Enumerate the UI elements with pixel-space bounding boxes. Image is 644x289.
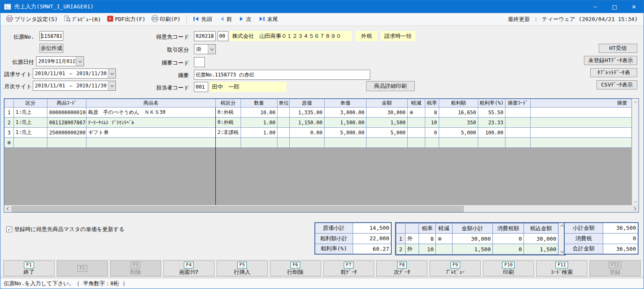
- grid-cell[interactable]: [425, 138, 439, 148]
- grid-cell[interactable]: [367, 138, 408, 148]
- torihiki-kubun-combo[interactable]: 掛: [194, 44, 216, 54]
- grid-cell[interactable]: 1.00: [241, 118, 277, 128]
- column-header[interactable]: 軽減: [408, 99, 425, 108]
- side-button-3[interactable]: ﾀﾌﾞﾚｯﾄﾃﾞｰﾀ表: [590, 68, 637, 77]
- grid-cell[interactable]: [277, 128, 290, 138]
- chevron-down-icon[interactable]: [76, 57, 84, 66]
- tekiyo-code-input[interactable]: [194, 57, 205, 67]
- grid-cell[interactable]: [277, 138, 290, 148]
- seikyu-site-combo[interactable]: 2019/11/01 ～ 2019/11/30: [33, 68, 116, 79]
- grid-cell[interactable]: 0: [425, 128, 439, 138]
- grid-cell[interactable]: [277, 118, 290, 128]
- column-header[interactable]: 摘要ｺｰﾄﾞ: [505, 99, 531, 108]
- tekiyo-input[interactable]: [194, 70, 370, 80]
- grid-cell[interactable]: [505, 128, 531, 138]
- column-header[interactable]: 単価: [325, 99, 367, 108]
- grid-cell[interactable]: 1.00: [241, 128, 277, 138]
- chevron-down-icon[interactable]: [108, 81, 115, 90]
- grid-cell[interactable]: [325, 138, 367, 148]
- grid-cell[interactable]: [505, 108, 531, 118]
- column-header[interactable]: 税区分: [216, 99, 241, 108]
- grid-cell[interactable]: 350: [439, 118, 478, 128]
- nav-前[interactable]: 前: [216, 14, 236, 24]
- grid-cell[interactable]: [439, 138, 478, 148]
- grid-cell[interactable]: [408, 118, 425, 128]
- grid-cell[interactable]: [241, 138, 277, 148]
- scroll-down-icon[interactable]: [632, 198, 639, 205]
- grid-cell[interactable]: [277, 108, 290, 118]
- grid-cell[interactable]: [408, 128, 425, 138]
- tokuisaki-code-input[interactable]: [194, 31, 216, 41]
- grid-cell[interactable]: 2:非課税: [216, 128, 241, 138]
- scroll-up-icon[interactable]: [632, 99, 639, 105]
- grid-cell[interactable]: 1:売上: [14, 108, 47, 118]
- product-detail-print-button[interactable]: 商品詳細印刷: [366, 81, 415, 91]
- fkey-f9-button[interactable]: F9ﾌﾟﾚﾋﾞｭｰ: [429, 260, 481, 276]
- column-header[interactable]: 数量: [241, 99, 277, 108]
- nav-末尾[interactable]: 末尾: [255, 14, 282, 24]
- grid-cell[interactable]: 0000000000100: [47, 108, 86, 118]
- grid-cell[interactable]: 1:売上: [14, 118, 47, 128]
- scrollbar-thumb[interactable]: [11, 206, 464, 212]
- chevron-down-icon[interactable]: [208, 45, 215, 54]
- row-header[interactable]: 2: [5, 118, 14, 128]
- grid-cell[interactable]: 1,150.00: [290, 118, 325, 128]
- column-header[interactable]: 摘要: [531, 99, 632, 108]
- row-header[interactable]: 1: [5, 108, 14, 118]
- grid-cell[interactable]: [505, 118, 531, 128]
- grid-cell[interactable]: 3,000.00: [325, 108, 367, 118]
- grid-cell[interactable]: 島原 手のべそうめん ＮＫＳ30: [86, 108, 216, 118]
- akaden-create-button[interactable]: 赤伝作成: [39, 44, 63, 53]
- grid-cell[interactable]: 0811280078678: [47, 118, 86, 128]
- side-button-4[interactable]: CSVﾃﾞｰﾀ表示: [597, 80, 637, 89]
- toolbar-button[interactable]: 印刷(P): [149, 14, 183, 24]
- column-header[interactable]: 単位: [277, 99, 290, 108]
- nav-先頭[interactable]: 先頭: [189, 14, 216, 24]
- minimize-button[interactable]: ─: [586, 0, 605, 13]
- column-header[interactable]: 商品名: [86, 99, 216, 108]
- grid-cell[interactable]: ｱｰﾘｰﾀｲﾑｽ ﾌﾞﾗｳﾝﾗﾍﾞﾙ: [86, 118, 216, 128]
- grid-cell[interactable]: [290, 138, 325, 148]
- grid-cell[interactable]: 1:売上: [14, 128, 47, 138]
- fkey-f11-button[interactable]: F11ｺｰﾄﾞ検索: [536, 260, 587, 276]
- toolbar-button[interactable]: ﾌﾟﾚﾋﾞｭｰ(R): [61, 14, 104, 24]
- grid-cell[interactable]: 1,500.00: [325, 118, 367, 128]
- side-button-1[interactable]: HT受信: [599, 44, 637, 53]
- grid-cell[interactable]: 8: [425, 108, 439, 118]
- close-button[interactable]: ✕: [624, 0, 644, 13]
- scroll-left-icon[interactable]: [4, 205, 11, 212]
- grid-cell[interactable]: 10: [425, 118, 439, 128]
- column-header[interactable]: 商品ｺｰﾄﾞ: [47, 99, 86, 108]
- grid-cell[interactable]: [531, 118, 632, 128]
- grid-cell[interactable]: [47, 138, 86, 148]
- grid-cell[interactable]: [531, 108, 632, 118]
- grid-cell[interactable]: 0.00: [290, 128, 325, 138]
- grid-cell[interactable]: 5,000: [439, 128, 478, 138]
- column-header[interactable]: 原価: [290, 99, 325, 108]
- row-header[interactable]: 3: [5, 128, 14, 138]
- grid-cell[interactable]: ギフト券: [86, 128, 216, 138]
- fkey-f5-button[interactable]: F5行挿入: [217, 260, 268, 276]
- grid-cell[interactable]: 0:外税: [216, 118, 241, 128]
- column-header[interactable]: 金額: [367, 99, 408, 108]
- maximize-button[interactable]: □: [605, 0, 624, 13]
- grid-cell[interactable]: 5,000: [367, 128, 408, 138]
- grid-cell[interactable]: [478, 138, 505, 148]
- fkey-f4-button[interactable]: F4画面ｸﾘｱ: [163, 260, 215, 276]
- grid-cell[interactable]: 16,650: [439, 108, 478, 118]
- grid-cell[interactable]: [531, 138, 632, 148]
- fkey-f8-button[interactable]: F8次ﾃﾞｰﾀ: [376, 260, 427, 276]
- grid-cell[interactable]: 5,000.00: [325, 128, 367, 138]
- column-header[interactable]: 税率: [425, 99, 439, 108]
- grid-cell[interactable]: [86, 138, 216, 148]
- grid-cell[interactable]: 10.00: [241, 108, 277, 118]
- grid-cell[interactable]: 0:外税: [216, 108, 241, 118]
- scroll-right-icon[interactable]: [631, 205, 639, 212]
- toolbar-button[interactable]: プリンタ設定(S): [4, 14, 60, 24]
- grid-cell[interactable]: 55.50: [478, 108, 505, 118]
- grid-cell[interactable]: ※: [408, 108, 425, 118]
- toolbar-button[interactable]: APDF出力(F): [105, 14, 148, 24]
- tokuisaki-branch-input[interactable]: [217, 31, 228, 41]
- grid-cell[interactable]: 1,500: [367, 118, 408, 128]
- grid-cell[interactable]: [408, 138, 425, 148]
